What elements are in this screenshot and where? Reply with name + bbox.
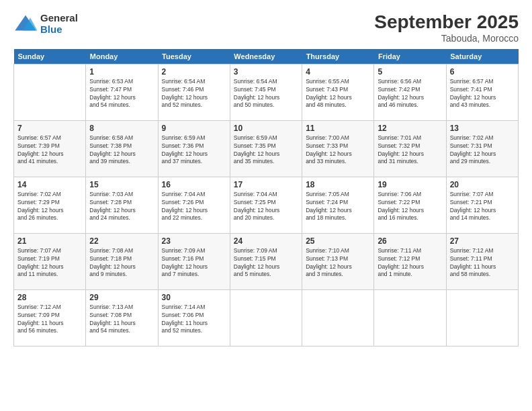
header-row: SundayMondayTuesdayWednesdayThursdayFrid… bbox=[14, 49, 519, 64]
day-number: 25 bbox=[306, 236, 370, 246]
day-number: 6 bbox=[450, 67, 515, 77]
day-cell: 20Sunrise: 7:07 AM Sunset: 7:21 PM Dayli… bbox=[446, 177, 518, 233]
day-cell bbox=[14, 64, 86, 120]
day-number: 14 bbox=[17, 180, 82, 189]
day-cell: 16Sunrise: 7:04 AM Sunset: 7:26 PM Dayli… bbox=[158, 177, 230, 233]
day-number: 18 bbox=[306, 180, 370, 189]
logo: General Blue bbox=[13, 12, 78, 36]
day-cell: 28Sunrise: 7:12 AM Sunset: 7:09 PM Dayli… bbox=[14, 289, 86, 346]
day-cell: 6Sunrise: 6:57 AM Sunset: 7:41 PM Daylig… bbox=[446, 64, 518, 120]
day-number: 1 bbox=[89, 67, 154, 77]
day-cell: 26Sunrise: 7:11 AM Sunset: 7:12 PM Dayli… bbox=[374, 233, 446, 289]
day-number: 15 bbox=[89, 180, 154, 189]
day-info: Sunrise: 7:06 AM Sunset: 7:22 PM Dayligh… bbox=[378, 191, 442, 223]
week-row-3: 14Sunrise: 7:02 AM Sunset: 7:29 PM Dayli… bbox=[14, 177, 519, 233]
month-title: September 2025 bbox=[374, 12, 519, 33]
day-cell: 10Sunrise: 6:59 AM Sunset: 7:35 PM Dayli… bbox=[230, 120, 302, 177]
day-cell bbox=[374, 289, 446, 346]
day-cell: 24Sunrise: 7:09 AM Sunset: 7:15 PM Dayli… bbox=[230, 233, 302, 289]
day-number: 11 bbox=[306, 124, 370, 133]
day-number: 8 bbox=[89, 124, 154, 133]
day-cell: 11Sunrise: 7:00 AM Sunset: 7:33 PM Dayli… bbox=[302, 120, 374, 177]
day-info: Sunrise: 7:00 AM Sunset: 7:33 PM Dayligh… bbox=[306, 134, 370, 167]
day-number: 29 bbox=[89, 293, 154, 302]
day-number: 28 bbox=[17, 293, 82, 302]
day-cell: 5Sunrise: 6:56 AM Sunset: 7:42 PM Daylig… bbox=[374, 64, 446, 120]
week-row-2: 7Sunrise: 6:57 AM Sunset: 7:39 PM Daylig… bbox=[14, 120, 519, 177]
day-info: Sunrise: 6:58 AM Sunset: 7:38 PM Dayligh… bbox=[89, 134, 154, 167]
day-number: 23 bbox=[162, 236, 226, 246]
header: General Blue September 2025 Tabouda, Mor… bbox=[13, 12, 519, 44]
day-number: 17 bbox=[234, 180, 298, 189]
day-info: Sunrise: 6:57 AM Sunset: 7:39 PM Dayligh… bbox=[17, 134, 82, 167]
day-info: Sunrise: 7:07 AM Sunset: 7:19 PM Dayligh… bbox=[17, 247, 82, 279]
day-cell: 1Sunrise: 6:53 AM Sunset: 7:47 PM Daylig… bbox=[86, 64, 158, 120]
day-info: Sunrise: 6:54 AM Sunset: 7:46 PM Dayligh… bbox=[162, 78, 226, 110]
col-header-saturday: Saturday bbox=[446, 49, 518, 64]
day-cell: 27Sunrise: 7:12 AM Sunset: 7:11 PM Dayli… bbox=[446, 233, 518, 289]
day-cell: 17Sunrise: 7:04 AM Sunset: 7:25 PM Dayli… bbox=[230, 177, 302, 233]
col-header-monday: Monday bbox=[86, 49, 158, 64]
day-info: Sunrise: 7:08 AM Sunset: 7:18 PM Dayligh… bbox=[89, 247, 154, 279]
day-info: Sunrise: 7:05 AM Sunset: 7:24 PM Dayligh… bbox=[306, 191, 370, 223]
day-cell: 30Sunrise: 7:14 AM Sunset: 7:06 PM Dayli… bbox=[158, 289, 230, 346]
day-number: 12 bbox=[378, 124, 442, 133]
day-number: 3 bbox=[234, 67, 298, 77]
day-cell: 3Sunrise: 6:54 AM Sunset: 7:45 PM Daylig… bbox=[230, 64, 302, 120]
day-cell bbox=[230, 289, 302, 346]
day-cell: 12Sunrise: 7:01 AM Sunset: 7:32 PM Dayli… bbox=[374, 120, 446, 177]
day-cell: 21Sunrise: 7:07 AM Sunset: 7:19 PM Dayli… bbox=[14, 233, 86, 289]
day-number: 24 bbox=[234, 236, 298, 246]
day-cell: 4Sunrise: 6:55 AM Sunset: 7:43 PM Daylig… bbox=[302, 64, 374, 120]
day-number: 27 bbox=[450, 236, 515, 246]
day-number: 7 bbox=[17, 124, 82, 133]
day-info: Sunrise: 6:59 AM Sunset: 7:36 PM Dayligh… bbox=[162, 134, 226, 167]
day-cell bbox=[302, 289, 374, 346]
day-cell bbox=[446, 289, 518, 346]
day-cell: 18Sunrise: 7:05 AM Sunset: 7:24 PM Dayli… bbox=[302, 177, 374, 233]
day-info: Sunrise: 7:07 AM Sunset: 7:21 PM Dayligh… bbox=[450, 191, 515, 223]
col-header-friday: Friday bbox=[374, 49, 446, 64]
day-cell: 19Sunrise: 7:06 AM Sunset: 7:22 PM Dayli… bbox=[374, 177, 446, 233]
day-cell: 15Sunrise: 7:03 AM Sunset: 7:28 PM Dayli… bbox=[86, 177, 158, 233]
day-info: Sunrise: 7:11 AM Sunset: 7:12 PM Dayligh… bbox=[378, 247, 442, 279]
day-cell: 29Sunrise: 7:13 AM Sunset: 7:08 PM Dayli… bbox=[86, 289, 158, 346]
calendar-table: SundayMondayTuesdayWednesdayThursdayFrid… bbox=[13, 49, 519, 347]
day-info: Sunrise: 7:01 AM Sunset: 7:32 PM Dayligh… bbox=[378, 134, 442, 167]
day-info: Sunrise: 6:53 AM Sunset: 7:47 PM Dayligh… bbox=[89, 78, 154, 110]
day-number: 19 bbox=[378, 180, 442, 189]
week-row-4: 21Sunrise: 7:07 AM Sunset: 7:19 PM Dayli… bbox=[14, 233, 519, 289]
day-info: Sunrise: 7:13 AM Sunset: 7:08 PM Dayligh… bbox=[89, 304, 154, 336]
day-cell: 23Sunrise: 7:09 AM Sunset: 7:16 PM Dayli… bbox=[158, 233, 230, 289]
day-cell: 22Sunrise: 7:08 AM Sunset: 7:18 PM Dayli… bbox=[86, 233, 158, 289]
day-cell: 13Sunrise: 7:02 AM Sunset: 7:31 PM Dayli… bbox=[446, 120, 518, 177]
day-info: Sunrise: 6:56 AM Sunset: 7:42 PM Dayligh… bbox=[378, 78, 442, 110]
day-number: 2 bbox=[162, 67, 226, 77]
day-info: Sunrise: 7:02 AM Sunset: 7:31 PM Dayligh… bbox=[450, 134, 515, 167]
day-number: 30 bbox=[162, 293, 226, 302]
col-header-sunday: Sunday bbox=[14, 49, 86, 64]
day-info: Sunrise: 6:55 AM Sunset: 7:43 PM Dayligh… bbox=[306, 78, 370, 110]
day-number: 16 bbox=[162, 180, 226, 189]
day-info: Sunrise: 6:57 AM Sunset: 7:41 PM Dayligh… bbox=[450, 78, 515, 110]
day-number: 26 bbox=[378, 236, 442, 246]
day-info: Sunrise: 7:10 AM Sunset: 7:13 PM Dayligh… bbox=[306, 247, 370, 279]
day-info: Sunrise: 7:04 AM Sunset: 7:25 PM Dayligh… bbox=[234, 191, 298, 223]
col-header-wednesday: Wednesday bbox=[230, 49, 302, 64]
day-info: Sunrise: 7:02 AM Sunset: 7:29 PM Dayligh… bbox=[17, 191, 82, 223]
day-cell: 2Sunrise: 6:54 AM Sunset: 7:46 PM Daylig… bbox=[158, 64, 230, 120]
day-number: 4 bbox=[306, 67, 370, 77]
day-number: 13 bbox=[450, 124, 515, 133]
page: General Blue September 2025 Tabouda, Mor… bbox=[0, 0, 532, 411]
day-info: Sunrise: 7:09 AM Sunset: 7:16 PM Dayligh… bbox=[162, 247, 226, 279]
day-number: 21 bbox=[17, 236, 82, 246]
title-block: September 2025 Tabouda, Morocco bbox=[374, 12, 519, 44]
day-cell: 8Sunrise: 6:58 AM Sunset: 7:38 PM Daylig… bbox=[86, 120, 158, 177]
day-cell: 7Sunrise: 6:57 AM Sunset: 7:39 PM Daylig… bbox=[14, 120, 86, 177]
day-info: Sunrise: 7:14 AM Sunset: 7:06 PM Dayligh… bbox=[162, 304, 226, 336]
week-row-1: 1Sunrise: 6:53 AM Sunset: 7:47 PM Daylig… bbox=[14, 64, 519, 120]
day-info: Sunrise: 7:09 AM Sunset: 7:15 PM Dayligh… bbox=[234, 247, 298, 279]
day-info: Sunrise: 6:54 AM Sunset: 7:45 PM Dayligh… bbox=[234, 78, 298, 110]
day-info: Sunrise: 7:03 AM Sunset: 7:28 PM Dayligh… bbox=[89, 191, 154, 223]
day-cell: 25Sunrise: 7:10 AM Sunset: 7:13 PM Dayli… bbox=[302, 233, 374, 289]
